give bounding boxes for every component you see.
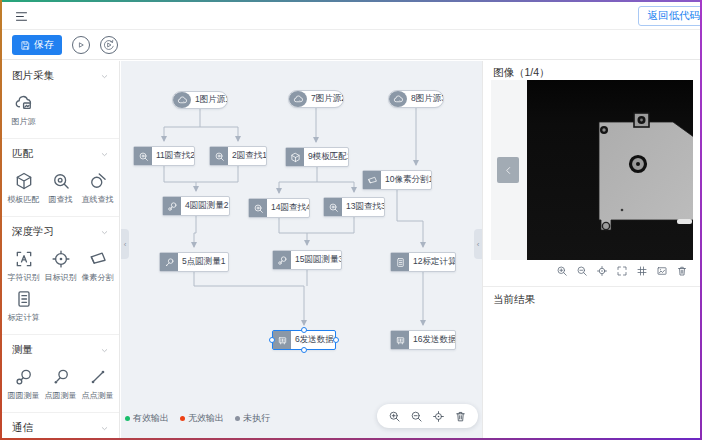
circle-find-icon	[134, 147, 152, 165]
ocr-icon	[14, 249, 34, 269]
circle-find-icon	[51, 171, 71, 191]
flow-node-template-match-1[interactable]: 9模板匹配1	[285, 147, 349, 167]
node-label: 5点圆测量1	[178, 253, 228, 271]
zoom-out-icon[interactable]	[576, 265, 588, 277]
node-handle-right[interactable]	[333, 337, 339, 343]
circle-find-icon	[324, 198, 342, 216]
segment-icon	[88, 249, 108, 269]
measure-cc-icon	[14, 367, 34, 387]
flow-node-image-source-1[interactable]: 1图片源1	[172, 91, 228, 109]
node-label: 12标定计算1	[409, 253, 455, 271]
calc-icon	[391, 253, 409, 271]
chevron-down-icon	[100, 346, 109, 355]
flow-node-image-source-3[interactable]: 8图片源3	[388, 90, 444, 108]
section-header-measure[interactable]: 测量	[2, 341, 119, 359]
section-header-deep-learning[interactable]: 深度学习	[2, 223, 119, 241]
flow-node-segmentation-1[interactable]: 10像素分割1	[362, 170, 432, 190]
app-window: 返回低代码 保存 图片采集 图片源 匹配	[0, 0, 702, 440]
tool-item-segmentation[interactable]: 像素分割	[79, 249, 116, 283]
flow-node-measure-2[interactable]: 4圆圆测量2	[162, 196, 230, 216]
flow-node-image-source-2[interactable]: 7图片源2	[288, 90, 344, 108]
sidebar-section-match: 匹配 模板匹配 圆查找 直线查找	[2, 139, 119, 217]
zoom-out-icon[interactable]	[410, 410, 423, 423]
tool-item-image-source[interactable]: 图片源	[5, 93, 42, 127]
node-label: 16发送数据2	[409, 331, 455, 349]
node-handle-bottom[interactable]	[301, 347, 307, 353]
node-label: 10像素分割1	[381, 171, 431, 189]
flow-node-circle-find-1[interactable]: 2圆查找1	[209, 146, 267, 166]
node-handle-top[interactable]	[301, 327, 307, 333]
grid-icon[interactable]	[636, 265, 648, 277]
segment-icon	[363, 171, 381, 189]
green-dot-icon	[125, 416, 130, 421]
tool-item-template-match[interactable]: 模板匹配	[5, 171, 42, 205]
flow-node-circle-find-3[interactable]: 13圆查找3	[323, 197, 385, 217]
measure-pp-icon	[88, 367, 108, 387]
step-run-button[interactable]	[100, 36, 118, 54]
section-header-communication[interactable]: 通信	[2, 419, 119, 437]
section-header-image-capture[interactable]: 图片采集	[2, 67, 119, 85]
tool-item-point-circle-measure[interactable]: 点圆测量	[42, 367, 79, 401]
menu-icon[interactable]	[14, 9, 29, 24]
measure-pc-icon	[51, 367, 71, 387]
measure-icon	[160, 253, 178, 271]
image-nav-strip	[491, 80, 527, 260]
chevron-left-icon	[503, 165, 514, 176]
tool-item-line-find[interactable]: 直线查找	[79, 171, 116, 205]
flow-node-calibration-calc-1[interactable]: 12标定计算1	[390, 252, 456, 272]
legend-not-executed: 未执行	[235, 412, 270, 425]
image-viewer	[491, 80, 693, 260]
node-handle-left[interactable]	[269, 337, 275, 343]
tool-item-target-detect[interactable]: 目标识别	[42, 249, 79, 283]
node-label: 8图片源3	[407, 91, 443, 107]
flow-canvas[interactable]: 1图片源1 7图片源2 8图片源3 11圆查找2 2圆查找1 9模板匹配1 10…	[121, 61, 482, 438]
node-label: 15圆圆测量3	[291, 251, 341, 269]
fullscreen-icon[interactable]	[616, 265, 628, 277]
flow-node-measure-1[interactable]: 5点圆测量1	[159, 252, 229, 272]
node-label: 14圆查找4	[267, 199, 309, 217]
result-content	[483, 309, 700, 438]
section-title: 图片采集	[12, 69, 54, 83]
calc-icon	[14, 289, 34, 309]
locate-icon[interactable]	[432, 410, 445, 423]
tool-item-calibration-calc[interactable]: 标定计算	[5, 289, 42, 323]
tool-item-ocr[interactable]: 字符识别	[5, 249, 42, 283]
flow-node-send-data-1[interactable]: 6发送数据1	[272, 330, 336, 350]
back-to-lowcode-button[interactable]: 返回低代码	[638, 6, 702, 26]
tool-label: 圆圆测量	[8, 390, 40, 401]
chevron-down-icon	[100, 150, 109, 159]
section-header-match[interactable]: 匹配	[2, 145, 119, 163]
tool-item-circle-circle-measure[interactable]: 圆圆测量	[5, 367, 42, 401]
flow-node-circle-find-2[interactable]: 11圆查找2	[133, 146, 195, 166]
app-header: 返回低代码	[2, 2, 700, 30]
run-button[interactable]	[72, 36, 90, 54]
zoom-in-icon[interactable]	[556, 265, 568, 277]
collapse-left-panel-handle[interactable]: ‹	[121, 229, 129, 259]
tool-item-point-point-measure[interactable]: 点点测量	[79, 367, 116, 401]
flow-node-send-data-2[interactable]: 16发送数据2	[390, 330, 456, 350]
save-icon	[20, 40, 31, 51]
tool-label: 像素分割	[82, 272, 114, 283]
tool-item-circle-find[interactable]: 圆查找	[42, 171, 79, 205]
tool-label: 圆查找	[49, 194, 73, 205]
flow-node-measure-3[interactable]: 15圆圆测量3	[272, 250, 342, 270]
circle-find-icon	[210, 147, 228, 165]
collapse-right-panel-handle[interactable]: ‹	[474, 229, 482, 259]
device-icon	[391, 331, 409, 349]
zoom-in-icon[interactable]	[388, 410, 401, 423]
toolbar: 保存	[2, 30, 700, 60]
cloud-image-icon	[14, 93, 34, 113]
delete-icon[interactable]	[676, 265, 688, 277]
play-icon	[75, 39, 87, 51]
gray-dot-icon	[235, 416, 240, 421]
delete-icon[interactable]	[454, 410, 467, 423]
save-button[interactable]: 保存	[12, 35, 62, 55]
flow-node-circle-find-4[interactable]: 14圆查找4	[248, 198, 310, 218]
image-icon[interactable]	[656, 265, 668, 277]
canvas-zoom-toolbar	[377, 404, 478, 428]
node-label: 7图片源2	[307, 91, 343, 107]
prev-image-button[interactable]	[497, 157, 519, 183]
node-label: 4圆圆测量2	[181, 197, 229, 215]
inspection-image	[527, 80, 693, 260]
locate-icon[interactable]	[596, 265, 608, 277]
